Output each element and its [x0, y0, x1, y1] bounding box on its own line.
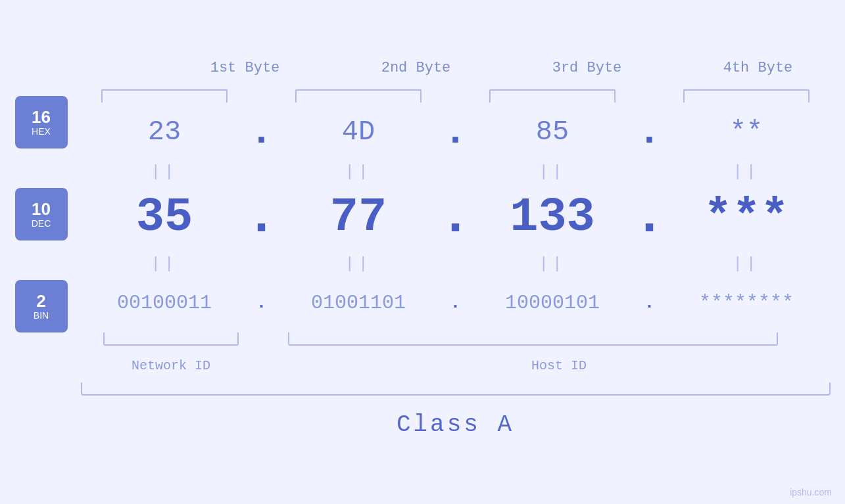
dec-dot-sym-1: .	[246, 191, 278, 244]
bin-val-3: 10000101	[469, 292, 637, 314]
dot-1: .	[249, 112, 275, 152]
bin-badge-label: BIN	[34, 310, 49, 321]
bracket-cell-2	[275, 83, 443, 103]
bin-val-4: ********	[663, 292, 831, 314]
eq2-text-2: ||	[345, 255, 372, 273]
dec-text-2: 77	[330, 191, 387, 244]
dec-text-3: 133	[510, 191, 595, 244]
dot-sym-1: .	[249, 112, 273, 152]
eq2-cell-1: ||	[81, 255, 249, 273]
dot-3: .	[637, 112, 663, 152]
dec-dot-1: .	[249, 191, 275, 244]
grid-area: 23 . 4D . 85 . **	[81, 83, 831, 444]
dot-sym-3: .	[637, 112, 661, 152]
dot-2: .	[443, 112, 469, 152]
byte-headers-row: 1st Byte 2nd Byte 3rd Byte 4th Byte	[107, 60, 831, 76]
eq-text-3: ||	[539, 163, 566, 181]
dec-val-1: 35	[81, 191, 249, 244]
class-row: Class A	[81, 405, 831, 444]
bin-text-4: ********	[699, 292, 794, 314]
bracket-top-4	[683, 89, 809, 103]
eq-cell-2: ||	[275, 163, 443, 181]
eq-cell-4: ||	[663, 163, 831, 181]
dec-badge-num: 10	[32, 200, 51, 219]
bin-badge: 2 BIN	[15, 280, 68, 332]
dec-dot-sym-3: .	[634, 191, 665, 244]
hex-val-3: 85	[469, 116, 637, 148]
hex-text-2: 4D	[342, 116, 375, 148]
host-bracket	[288, 332, 778, 346]
bracket-cell-4	[663, 83, 831, 103]
eq-text-2: ||	[345, 163, 372, 181]
main-container: 1st Byte 2nd Byte 3rd Byte 4th Byte 16 H…	[0, 0, 845, 504]
overall-bracket-row	[81, 382, 831, 402]
hex-text-3: 85	[536, 116, 569, 148]
hex-badge-num: 16	[32, 108, 51, 127]
byte-header-1: 1st Byte	[173, 60, 318, 76]
bracket-top-2	[295, 89, 421, 103]
network-bracket-cell	[81, 332, 262, 350]
hex-text-1: 23	[148, 116, 181, 148]
dec-val-4: ***	[663, 191, 831, 244]
eq2-cell-2: ||	[275, 255, 443, 273]
bin-text-2: 01001101	[311, 292, 406, 314]
hex-val-2: 4D	[275, 116, 443, 148]
dec-text-4: ***	[704, 191, 789, 244]
watermark: ipshu.com	[790, 487, 832, 497]
class-label: Class A	[397, 411, 514, 438]
equals-row-2: || || || ||	[81, 254, 831, 273]
network-bracket	[103, 332, 239, 346]
id-labels-row: Network ID Host ID	[81, 352, 831, 378]
badges-col: 16 HEX 10 DEC 2 BIN	[15, 96, 68, 332]
bin-dot-sym-2: .	[450, 294, 461, 311]
dec-text-1: 35	[136, 191, 193, 244]
dec-badge-label: DEC	[32, 218, 51, 229]
bin-badge-num: 2	[36, 292, 45, 311]
byte-header-2: 2nd Byte	[344, 60, 489, 76]
equals-row-1: || || || ||	[81, 162, 831, 181]
eq2-cell-4: ||	[663, 255, 831, 273]
hex-row: 23 . 4D . 85 . **	[81, 103, 831, 162]
eq2-text-3: ||	[539, 255, 566, 273]
bin-val-1: 00100011	[81, 292, 249, 314]
bin-dot-2: .	[443, 294, 469, 311]
dec-val-3: 133	[469, 191, 637, 244]
eq2-text-4: ||	[733, 255, 760, 273]
dec-dot-3: .	[637, 191, 663, 244]
bottom-bracket-row	[81, 332, 831, 350]
bin-dot-3: .	[637, 294, 663, 311]
byte-header-4: 4th Byte	[686, 60, 831, 76]
bin-dot-sym-3: .	[644, 294, 655, 311]
hex-val-4: **	[663, 116, 831, 148]
bin-dot-1: .	[249, 294, 275, 311]
bin-val-2: 01001101	[275, 292, 443, 314]
bracket-top-1	[101, 89, 227, 103]
eq2-cell-3: ||	[469, 255, 637, 273]
network-id-label: Network ID	[81, 358, 262, 373]
eq-text-4: ||	[733, 163, 760, 181]
eq-cell-3: ||	[469, 163, 637, 181]
eq-text-1: ||	[151, 163, 178, 181]
host-bracket-cell	[288, 332, 831, 350]
dec-dot-sym-2: .	[440, 191, 471, 244]
host-id-label: Host ID	[288, 358, 831, 373]
bin-text-3: 10000101	[505, 292, 600, 314]
dot-sym-2: .	[443, 112, 467, 152]
bin-text-1: 00100011	[117, 292, 212, 314]
eq-cell-1: ||	[81, 163, 249, 181]
bin-dot-sym-1: .	[256, 294, 267, 311]
bracket-cell-3	[469, 83, 637, 103]
dec-row: 35 . 77 . 133 . ***	[81, 181, 831, 254]
hex-val-1: 23	[81, 116, 249, 148]
content-area: 16 HEX 10 DEC 2 BIN	[15, 83, 831, 444]
bin-row: 00100011 . 01001101 . 10000101 .	[81, 273, 831, 332]
hex-badge-label: HEX	[32, 126, 51, 137]
bracket-cell-1	[81, 83, 249, 103]
hex-badge: 16 HEX	[15, 96, 68, 149]
bracket-top-3	[489, 89, 615, 103]
eq2-text-1: ||	[151, 255, 178, 273]
top-bracket-row	[81, 83, 831, 103]
hex-text-4: **	[730, 116, 763, 148]
byte-header-3: 3rd Byte	[515, 60, 660, 76]
dec-badge: 10 DEC	[15, 188, 68, 241]
